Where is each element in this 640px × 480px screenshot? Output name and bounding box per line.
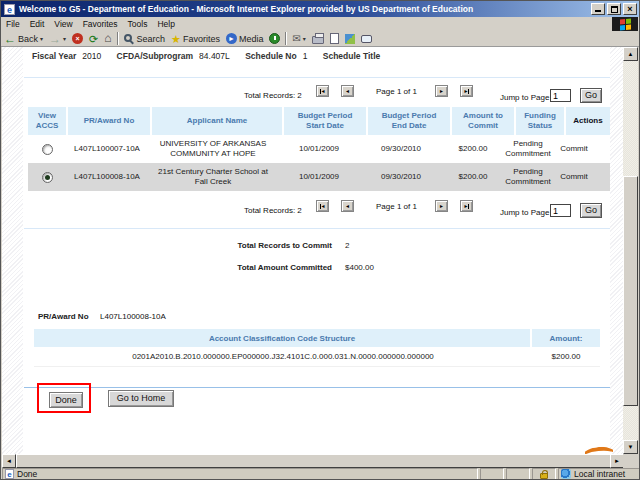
print-button[interactable] [309, 31, 327, 46]
scroll-left-button[interactable]: ◄ [2, 454, 16, 468]
table-row-selected: L407L100008-10A 21st Century Charter Sch… [28, 163, 610, 191]
done-button[interactable]: Done [49, 392, 83, 408]
discuss-icon [361, 35, 372, 43]
fiscal-year-label: Fiscal Year [32, 51, 76, 61]
edit-icon [330, 33, 339, 44]
funding-status-cell: Pending Commitment [504, 163, 552, 191]
history-button[interactable] [266, 31, 283, 46]
applicant-cell: UNIVERSITY OF ARKANSAS COMMUNITY AT HOPE [148, 135, 278, 163]
pr-award-cell: L407L100007-10A [66, 135, 148, 163]
status-page-icon: e [5, 469, 14, 479]
menu-tools[interactable]: Tools [123, 19, 153, 29]
discuss-button[interactable] [358, 31, 375, 46]
page-content: Fiscal Year2010 CFDA/Subprogram84.407L S… [2, 47, 624, 454]
menu-view[interactable]: View [49, 19, 77, 29]
col-funding-status: Funding Status [516, 107, 564, 135]
applicant-cell: 21st Century Charter School at Fall Cree… [148, 163, 278, 191]
first-page-button-bottom[interactable]: ◄ [316, 200, 329, 212]
accs-code: 0201A2010.B.2010.000000.EP000000.J32.410… [34, 347, 532, 366]
view-accs-radio-selected[interactable] [42, 172, 53, 183]
view-accs-radio[interactable] [42, 144, 53, 155]
status-pane-lock [532, 468, 556, 480]
menu-edit[interactable]: Edit [25, 19, 50, 29]
jump-to-page-input-bottom[interactable] [550, 204, 571, 217]
total-amount-committed-label: Total Amount Committed [28, 263, 332, 272]
status-text: Done [17, 469, 37, 479]
back-button[interactable]: ←Back▾ [1, 31, 46, 46]
refresh-button[interactable]: ⟳ [86, 31, 101, 46]
messenger-button[interactable] [342, 31, 358, 46]
mail-button[interactable]: ✉▾ [289, 31, 308, 46]
refresh-icon: ⟳ [89, 33, 98, 45]
print-icon [312, 36, 324, 44]
col-end-date: Budget Period End Date [368, 107, 450, 135]
go-button-bottom[interactable]: Go [580, 203, 602, 218]
last-page-button-bottom[interactable]: ► [460, 200, 473, 212]
amount-cell: $200.00 [442, 163, 504, 191]
horizontal-scroll-thumb[interactable] [16, 454, 612, 468]
jump-to-page-label-top: Jump to Page [500, 93, 549, 102]
total-records-commit-value: 2 [345, 241, 349, 250]
schedule-no-label: Schedule No [245, 51, 296, 61]
accs-table: Account Classification Code Structure Am… [34, 329, 600, 367]
prev-page-button-bottom[interactable]: ◄ [341, 200, 354, 212]
status-pane-zone: Local intranet [558, 468, 640, 480]
total-records-commit-label: Total Records to Commit [28, 241, 332, 250]
total-records-bottom: Total Records: 2 [244, 206, 302, 215]
favorites-icon: ★ [171, 33, 181, 45]
pr-award-value: L407L100008-10A [100, 312, 166, 321]
end-date-cell: 09/30/2010 [360, 135, 442, 163]
first-page-button[interactable]: ◄ [316, 85, 329, 97]
windows-logo-icon [612, 17, 638, 31]
vertical-scrollbar[interactable]: ▲ ▼ [623, 47, 638, 454]
accs-structure-header: Account Classification Code Structure [34, 329, 530, 347]
fiscal-year-value: 2010 [82, 51, 101, 61]
jump-to-page-input-top[interactable] [550, 89, 571, 102]
go-to-home-button[interactable]: Go to Home [108, 390, 174, 407]
schedule-title-label: Schedule Title [323, 51, 380, 61]
cfda-value: 84.407L [199, 51, 230, 61]
messenger-icon [345, 34, 355, 44]
close-button[interactable]: × [623, 3, 637, 15]
home-button[interactable]: ⌂ [101, 31, 114, 46]
status-pane-empty [506, 468, 530, 480]
forward-button[interactable]: →▾ [46, 31, 69, 46]
scroll-down-button[interactable]: ▼ [623, 440, 638, 454]
search-icon [124, 34, 132, 42]
forward-icon: → [49, 33, 61, 45]
vertical-scroll-thumb[interactable] [623, 176, 638, 406]
status-pane-empty [480, 468, 504, 480]
table-row: L407L100007-10A UNIVERSITY OF ARKANSAS C… [28, 135, 610, 163]
horizontal-scrollbar[interactable]: ◄ ► [2, 454, 624, 468]
schedule-no-value: 1 [303, 51, 308, 61]
prev-page-button[interactable]: ◄ [341, 85, 354, 97]
menu-file[interactable]: File [1, 19, 25, 29]
menu-help[interactable]: Help [152, 19, 179, 29]
status-pane: e Done [2, 468, 478, 480]
cfda-label: CFDA/Subprogram [117, 51, 194, 61]
col-amount: Amount to Commit [452, 107, 514, 135]
go-button-top[interactable]: Go [580, 88, 602, 103]
stop-icon: × [72, 33, 83, 44]
edit-button[interactable] [327, 31, 342, 46]
restore-button[interactable] [607, 3, 621, 15]
scroll-right-button[interactable]: ► [610, 454, 624, 468]
favorites-button[interactable]: ★Favorites [168, 31, 223, 46]
stop-button[interactable]: × [69, 31, 86, 46]
menu-favorites[interactable]: Favorites [78, 19, 123, 29]
divider [24, 77, 610, 78]
mail-icon: ✉ [292, 33, 300, 45]
commit-action[interactable]: Commit [552, 163, 596, 191]
minimize-button[interactable] [591, 3, 605, 15]
next-page-button-bottom[interactable]: ► [435, 200, 448, 212]
browser-window: e Welcome to G5 - Department of Educatio… [0, 0, 640, 480]
divider [24, 387, 610, 388]
last-page-button[interactable]: ► [460, 85, 473, 97]
intranet-zone-icon [561, 469, 571, 479]
next-page-button[interactable]: ► [435, 85, 448, 97]
menu-bar: File Edit View Favorites Tools Help [1, 17, 639, 31]
scroll-up-button[interactable]: ▲ [623, 47, 638, 61]
media-button[interactable]: ►Media [223, 31, 267, 46]
search-button[interactable]: Search [121, 31, 169, 46]
commit-action[interactable]: Commit [552, 135, 596, 163]
